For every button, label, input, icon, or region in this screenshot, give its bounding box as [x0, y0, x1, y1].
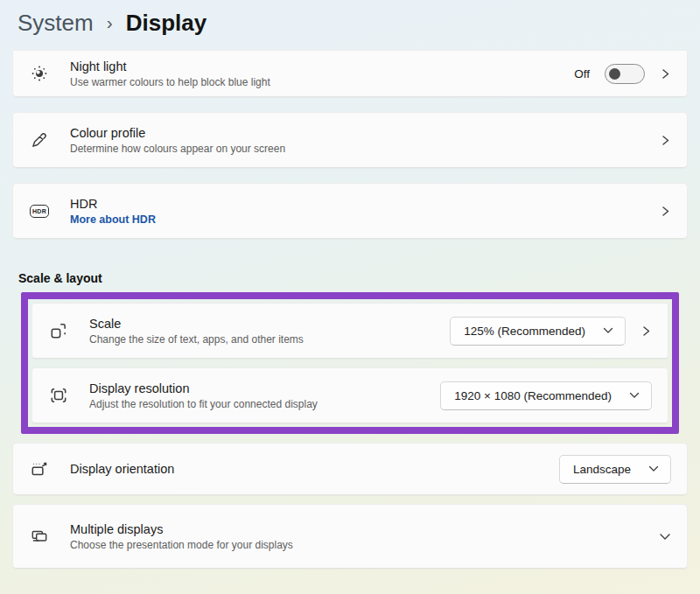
multiple-displays-title: Multiple displays — [70, 522, 293, 536]
chevron-right-icon[interactable] — [660, 206, 671, 217]
display-orientation-dropdown[interactable]: Landscape — [559, 455, 671, 484]
display-resolution-title: Display resolution — [89, 381, 318, 395]
display-resolution-subtitle: Adjust the resolution to fit your connec… — [89, 398, 318, 410]
scale-dropdown-value: 125% (Recommended) — [464, 325, 585, 338]
settings-page: System › Display — [0, 0, 700, 594]
page-title: Display — [126, 10, 207, 37]
display-orientation-title: Display orientation — [70, 462, 174, 476]
multiple-displays-subtitle: Choose the presentation mode for your di… — [70, 539, 293, 551]
night-light-title: Night light — [70, 59, 270, 73]
setting-row-multiple-displays[interactable]: Multiple displays Choose the presentatio… — [12, 504, 688, 569]
chevron-down-icon — [648, 465, 659, 472]
scale-subtitle: Change the size of text, apps, and other… — [89, 333, 304, 346]
multiple-displays-text: Multiple displays Choose the presentatio… — [70, 522, 293, 551]
setting-row-scale[interactable]: Scale Change the size of text, apps, and… — [32, 303, 668, 359]
scale-icon — [49, 321, 68, 340]
display-resolution-dropdown[interactable]: 1920 × 1080 (Recommended) — [440, 381, 652, 410]
chevron-down-icon — [629, 392, 640, 399]
hdr-more-link[interactable]: More about HDR — [70, 213, 156, 226]
section-header-scale-layout: Scale & layout — [18, 271, 688, 285]
hdr-title: HDR — [70, 197, 156, 211]
display-orientation-dropdown-value: Landscape — [573, 463, 631, 476]
highlight-annotation-box: Scale Change the size of text, apps, and… — [21, 292, 679, 434]
toggle-knob — [609, 68, 620, 80]
colour-profile-text: Colour profile Determine how colours app… — [70, 126, 285, 155]
night-light-toggle[interactable] — [605, 64, 645, 84]
scale-title: Scale — [89, 317, 304, 331]
breadcrumb-system[interactable]: System — [18, 10, 94, 37]
hdr-text: HDR More about HDR — [70, 197, 156, 226]
multiple-displays-icon — [30, 527, 49, 546]
display-orientation-icon — [30, 459, 49, 479]
hdr-badge-icon: HDR — [30, 201, 49, 220]
chevron-right-icon[interactable] — [660, 135, 671, 146]
night-light-icon — [30, 64, 49, 83]
scale-dropdown[interactable]: 125% (Recommended) — [450, 317, 626, 346]
settings-list: Night light Use warmer colours to help b… — [0, 50, 700, 569]
chevron-down-expand-icon[interactable] — [659, 533, 671, 541]
setting-row-colour-profile[interactable]: Colour profile Determine how colours app… — [12, 112, 688, 168]
colour-profile-eyedropper-icon — [30, 130, 49, 150]
chevron-down-icon — [603, 327, 613, 334]
display-resolution-icon — [49, 386, 68, 405]
night-light-subtitle: Use warmer colours to help block blue li… — [70, 76, 270, 88]
display-resolution-text: Display resolution Adjust the resolution… — [89, 381, 318, 410]
chevron-right-icon[interactable] — [640, 325, 652, 337]
scale-text: Scale Change the size of text, apps, and… — [89, 317, 304, 346]
breadcrumb-separator-icon: › — [107, 12, 113, 33]
colour-profile-subtitle: Determine how colours appear on your scr… — [70, 143, 285, 155]
night-light-text: Night light Use warmer colours to help b… — [70, 59, 270, 88]
colour-profile-title: Colour profile — [70, 126, 285, 140]
night-light-toggle-state: Off — [574, 67, 590, 80]
setting-row-hdr[interactable]: HDR HDR More about HDR — [12, 183, 688, 239]
setting-row-display-orientation: Display orientation Landscape — [12, 443, 688, 495]
breadcrumb: System › Display — [0, 0, 700, 50]
setting-row-night-light[interactable]: Night light Use warmer colours to help b… — [12, 50, 688, 97]
display-orientation-text: Display orientation — [70, 462, 174, 476]
chevron-right-icon[interactable] — [660, 68, 671, 80]
display-resolution-dropdown-value: 1920 × 1080 (Recommended) — [454, 389, 612, 402]
setting-row-display-resolution: Display resolution Adjust the resolution… — [32, 367, 668, 423]
